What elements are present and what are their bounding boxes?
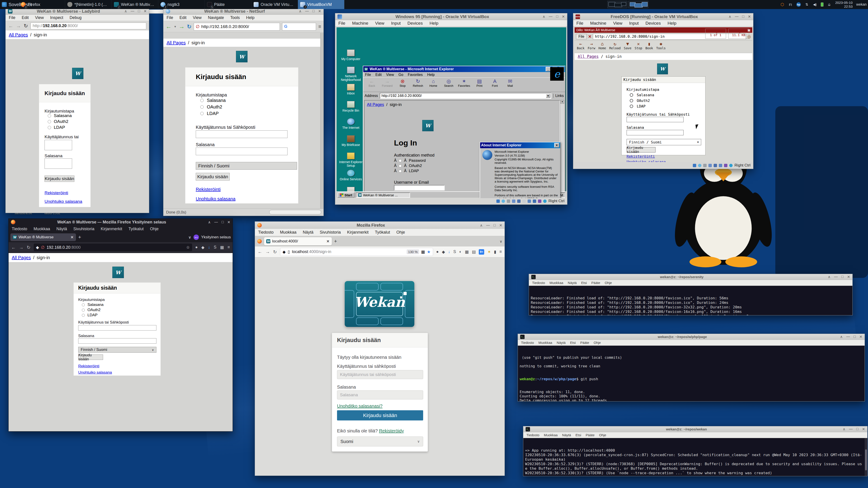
menu-item[interactable]: Debug <box>70 15 82 20</box>
menu-item[interactable]: Navigate <box>208 15 224 20</box>
back-icon[interactable]: ← <box>8 23 13 29</box>
back-icon[interactable]: ← <box>11 245 16 250</box>
auth-method-option[interactable]: OAuth2 <box>48 119 72 124</box>
menu-item[interactable]: Edit <box>375 73 382 77</box>
win95-desktop-icon[interactable]: Recycle Bin <box>338 101 363 112</box>
radio-icon[interactable] <box>630 93 633 97</box>
language-select[interactable]: Suomi ∨ <box>337 436 423 447</box>
back-icon[interactable]: ← <box>258 249 262 254</box>
menu-item[interactable]: Kirjanmerkit <box>101 227 122 231</box>
username-input[interactable] <box>196 130 287 138</box>
radio-icon[interactable] <box>200 99 204 102</box>
firefox-view-icon[interactable] <box>257 239 262 243</box>
menu-item[interactable]: Sivuhistoria <box>320 230 341 235</box>
menu-icon[interactable]: ≡ <box>227 245 230 250</box>
auth-method-option[interactable]: Salasana <box>82 302 103 307</box>
start-button[interactable]: Start <box>338 193 354 198</box>
register-link[interactable]: Rekisteröinti <box>44 191 68 195</box>
notifications-tray-icon[interactable]: 🕭 <box>827 2 832 7</box>
menu-item[interactable]: Machine <box>590 21 607 26</box>
menu-item[interactable]: Devices <box>408 21 423 26</box>
firefox-titlebar[interactable]: Mozilla Firefox ∧ — □ ✕ <box>255 222 504 229</box>
radio-icon[interactable] <box>399 159 402 162</box>
win95-desktop-icon[interactable]: My Briefcase <box>338 135 363 147</box>
password-input[interactable] <box>627 130 684 135</box>
menu-item[interactable]: Go <box>399 73 403 77</box>
forward-icon[interactable]: → <box>179 23 185 30</box>
radio-icon[interactable] <box>200 112 204 115</box>
win95-desktop-icon[interactable]: Network Neighborhood <box>338 67 363 82</box>
menu-item[interactable]: Tiedosto <box>521 341 534 345</box>
minimize-button[interactable]: _ <box>546 67 551 71</box>
new-tab-button[interactable]: + <box>78 234 81 240</box>
volume-tray-icon[interactable]: ◀) <box>813 2 817 7</box>
ublock-icon[interactable]: 9+ <box>479 249 484 255</box>
minimize-button[interactable]: — <box>834 275 838 279</box>
menu-item[interactable]: Etsi <box>576 433 581 437</box>
url-bar[interactable]: ∅ http://192.168.0.20:8000/ <box>194 23 280 31</box>
shade-button[interactable]: ∧ <box>208 220 211 224</box>
win95-desktop-icon[interactable]: Internet Explorer Setup <box>338 153 363 167</box>
page-info-icon[interactable]: ▯ <box>288 250 290 254</box>
ie-toolbar-button[interactable]: → Forward <box>380 78 395 88</box>
workspace-switcher[interactable] <box>608 1 648 8</box>
back-dropdown-icon[interactable]: ▼ <box>174 25 177 28</box>
forgot-password-link[interactable]: Unohditko salasanasi? <box>337 403 382 409</box>
menu-item[interactable]: View <box>613 21 622 26</box>
vertical-scrollbar[interactable] <box>320 33 323 208</box>
menu-item[interactable]: View <box>386 73 394 77</box>
win95-desktop-icon[interactable]: The Internet <box>338 118 363 129</box>
menu-item[interactable]: Machine <box>352 21 368 26</box>
auth-method-option[interactable]: Salasana <box>48 113 72 118</box>
zoom-level-badge[interactable]: 130 % <box>407 250 419 254</box>
stop-icon[interactable]: ✕ <box>588 34 592 39</box>
url-bar[interactable]: ◆ ∅ 192.168.0.20:8000 ☆ <box>34 243 192 251</box>
menu-item[interactable]: Työkalut <box>129 227 144 231</box>
virtualbox-tray-icon[interactable]: ⬡ <box>780 2 784 7</box>
address-dropdown-icon[interactable]: ▼ <box>546 94 550 98</box>
extension-icon[interactable]: ▤ <box>472 250 475 254</box>
breadcrumb-all-pages-link[interactable]: All Pages <box>9 32 28 37</box>
close-button[interactable]: ✕ <box>554 143 559 148</box>
ie-toolbar-button[interactable]: ▤ Print <box>472 78 487 88</box>
account-icon[interactable]: ● <box>436 250 439 254</box>
radio-icon[interactable] <box>82 303 85 306</box>
breadcrumb-all-pages-link[interactable]: All Pages <box>12 255 31 260</box>
menu-item[interactable]: Näytä <box>562 433 571 437</box>
forgot-password-link[interactable]: Unohtuiko salasana <box>44 199 82 204</box>
terminal-scrollbar[interactable] <box>865 438 867 476</box>
dillo-toolbar-button[interactable]: ▼ Save <box>624 41 631 50</box>
radio-icon[interactable] <box>48 120 51 123</box>
radio-icon[interactable] <box>48 114 51 118</box>
breadcrumb-all-pages-link[interactable]: All Pages <box>578 54 598 59</box>
ie-toolbar-button[interactable]: ⌂ Home <box>426 78 440 88</box>
username-input[interactable] <box>627 117 684 122</box>
menu-item[interactable]: Muokkaa <box>544 433 558 437</box>
dillo-toolbar-button[interactable]: → Forw <box>588 41 595 50</box>
close-button[interactable]: ✕ <box>860 335 862 339</box>
radio-icon[interactable] <box>82 308 85 312</box>
network-tray-icon[interactable]: ⇅ <box>804 2 809 7</box>
menu-item[interactable]: Edit <box>180 15 186 20</box>
forgot-password-link[interactable]: Unohtuiko salasana <box>196 196 236 201</box>
auth-method-option[interactable]: Â Â LDAP <box>394 169 426 173</box>
shade-button[interactable]: ∧ <box>843 427 845 431</box>
auth-method-option[interactable]: OAuth2 <box>82 308 103 312</box>
ie-toolbar-button[interactable]: A Font <box>488 78 502 88</box>
menu-item[interactable]: File <box>166 15 173 20</box>
menu-item[interactable]: Ohje <box>599 433 606 437</box>
taskbar-window-button[interactable]: nsgtk3 2 <box>158 0 205 9</box>
back-icon[interactable]: ← <box>166 23 172 30</box>
tab-close-icon[interactable]: ✕ <box>327 239 330 244</box>
address-input[interactable]: http://192.168.0.20:8000/ ▼ <box>380 93 551 99</box>
minimize-button[interactable]: — <box>305 9 309 13</box>
menu-item[interactable]: Favorites <box>408 73 423 77</box>
menu-item[interactable]: Pääte <box>580 341 589 345</box>
menu-item[interactable]: Etsi <box>581 281 587 285</box>
keyboard-layout-indicator[interactable]: FI <box>788 2 793 7</box>
firefox-titlebar[interactable]: WeKan ® Multiverse — Mozilla Firefox Yks… <box>8 219 232 225</box>
auth-method-option[interactable]: Salasana <box>200 98 225 103</box>
menu-item[interactable]: Input <box>629 21 639 26</box>
menu-item[interactable]: Muokkaa <box>538 341 552 345</box>
taskbar-window-button[interactable]: *[Nimetön]-1.0 (RGB-vä... <box>65 0 112 9</box>
